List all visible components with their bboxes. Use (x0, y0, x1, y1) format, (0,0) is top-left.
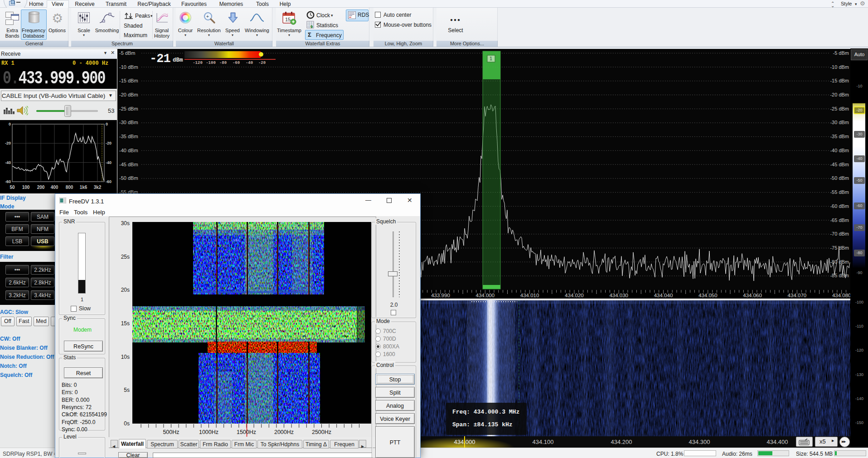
svg-text:1k6: 1k6 (80, 185, 87, 190)
svg-text:434.010: 434.010 (520, 293, 539, 298)
svg-text:2000Hz: 2000Hz (274, 429, 294, 435)
svg-text:1000Hz: 1000Hz (199, 429, 218, 435)
svg-text:0: 0 (106, 122, 108, 126)
svg-text:-60: -60 (5, 179, 11, 184)
svg-text:434.050: 434.050 (698, 293, 718, 298)
svg-text:400: 400 (51, 185, 58, 190)
svg-text:434.070: 434.070 (788, 293, 807, 298)
svg-text:434.080: 434.080 (832, 293, 850, 298)
svg-text:1500Hz: 1500Hz (237, 429, 256, 435)
svg-text:100: 100 (22, 185, 30, 190)
svg-text:50: 50 (10, 185, 15, 190)
svg-text:-40: -40 (5, 160, 11, 165)
svg-text:-40: -40 (106, 160, 112, 165)
svg-text:3k2: 3k2 (94, 185, 102, 190)
svg-text:200: 200 (37, 185, 45, 190)
svg-text:434.060: 434.060 (743, 293, 762, 298)
svg-text:0: 0 (9, 122, 11, 126)
svg-text:15: 15 (285, 17, 291, 22)
svg-text:433.990: 433.990 (431, 293, 450, 298)
svg-text:434.020: 434.020 (565, 293, 584, 298)
svg-text:434.040: 434.040 (654, 293, 673, 298)
svg-text:434.030: 434.030 (609, 293, 628, 298)
svg-text:800: 800 (66, 185, 73, 190)
svg-text:-60: -60 (106, 179, 112, 184)
svg-text:9: 9 (310, 24, 313, 29)
svg-text:-20: -20 (5, 141, 11, 145)
svg-text:1: 1 (490, 56, 492, 61)
svg-text:+: + (206, 14, 209, 19)
svg-text:-20: -20 (106, 141, 112, 145)
svg-text:500Hz: 500Hz (163, 429, 179, 435)
svg-text:434.000: 434.000 (476, 293, 495, 298)
svg-text:2500Hz: 2500Hz (312, 429, 331, 435)
